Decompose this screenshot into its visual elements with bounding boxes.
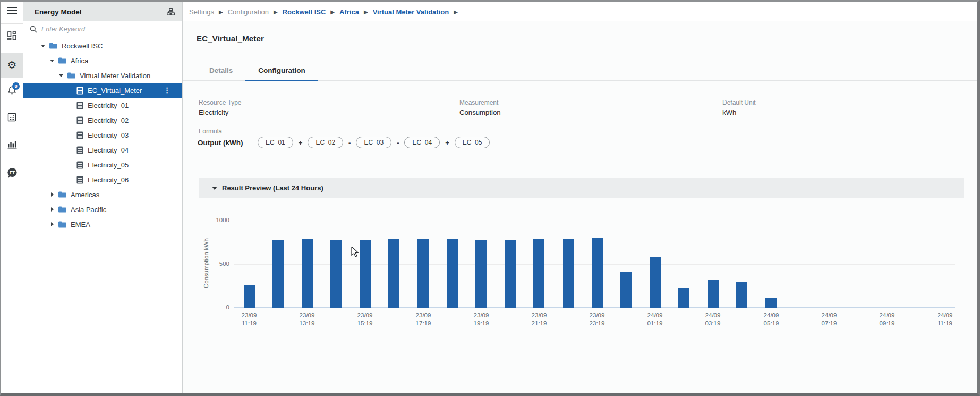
- tree-item-electricity-05[interactable]: Electricity_05: [23, 157, 182, 172]
- x-tick-label: 23/0913:19: [283, 311, 331, 327]
- tree-item-americas[interactable]: Americas: [23, 187, 182, 202]
- tree-item-electricity-03[interactable]: Electricity_03: [23, 128, 182, 142]
- meter-report-icon[interactable]: [1, 113, 23, 122]
- formula-operator: -: [348, 139, 351, 147]
- bar-23-09-18-19[interactable]: [447, 239, 458, 308]
- bar-23-09-17-19[interactable]: [417, 239, 429, 308]
- bar-24-09-02-19[interactable]: [678, 288, 689, 308]
- bar-23-09-20-19[interactable]: [505, 240, 516, 308]
- breadcrumb-item-rockwell-isc[interactable]: Rockwell ISC: [283, 8, 326, 16]
- x-tick-label: 23/0911:19: [225, 311, 273, 327]
- menu-icon[interactable]: [1, 7, 23, 14]
- bar-23-09-14-19[interactable]: [330, 240, 342, 308]
- notifications-bell-icon[interactable]: 8: [1, 86, 23, 96]
- tree-item-label: Electricity_05: [88, 161, 129, 169]
- bar-23-09-15-19[interactable]: [360, 240, 371, 308]
- tree-item-asia-pacific[interactable]: Asia Pacific: [23, 202, 182, 217]
- formula-equals-sign: =: [248, 139, 252, 147]
- left-icon-rail: ⚙ 8 FT: [1, 2, 23, 393]
- bar-24-09-01-19[interactable]: [650, 257, 661, 308]
- dashboard-icon[interactable]: [1, 31, 23, 40]
- chevron-down-icon[interactable]: [40, 45, 46, 47]
- meter-icon: [76, 102, 83, 109]
- svg-text:FT: FT: [9, 171, 14, 175]
- kebab-menu-icon[interactable]: ⋮: [164, 86, 171, 94]
- breadcrumb-item-settings[interactable]: Settings: [189, 8, 214, 16]
- tree-item-rockwell-isc[interactable]: Rockwell ISC: [23, 38, 182, 53]
- chevron-right-icon[interactable]: [49, 192, 55, 197]
- tab-configuration[interactable]: Configuration: [245, 61, 318, 81]
- bar-24-09-00-19[interactable]: [620, 272, 632, 308]
- meter-icon: [76, 116, 83, 124]
- bar-23-09-22-19[interactable]: [563, 239, 574, 308]
- energy-model-sidebar: Energy Model Rockwell ISCAfricaVirtual M…: [23, 2, 183, 393]
- tree-item-virtual-meter-validation[interactable]: Virtual Meter Validation: [23, 68, 182, 83]
- folder-icon: [58, 57, 66, 64]
- tree-item-label: Electricity_04: [88, 146, 129, 154]
- tree-item-electricity-06[interactable]: Electricity_06: [23, 172, 182, 187]
- formula-operand-chip: EC_04: [404, 137, 440, 148]
- result-preview-header[interactable]: Result Preview (Last 24 Hours): [199, 178, 964, 198]
- tree-item-label: Electricity_01: [88, 102, 129, 109]
- tree-item-label: Electricity_03: [88, 131, 129, 139]
- x-tick-label: 24/0911:19: [921, 311, 969, 327]
- field-default-unit: Default Unit kWh: [722, 99, 756, 116]
- chevron-down-icon[interactable]: [58, 74, 64, 77]
- meter-icon: [76, 87, 83, 95]
- x-tick-label: 23/0917:19: [399, 311, 447, 327]
- bar-23-09-19-19[interactable]: [475, 240, 487, 308]
- search-icon: [30, 26, 37, 33]
- formula-operand-chip: EC_02: [308, 137, 343, 148]
- search-input[interactable]: [41, 26, 169, 33]
- app-window: ⚙ 8 FT: [0, 0, 980, 396]
- notification-badge: 8: [12, 82, 20, 90]
- breadcrumb-item-configuration[interactable]: Configuration: [228, 8, 269, 16]
- chevron-down-icon[interactable]: [49, 60, 55, 62]
- tree-item-electricity-02[interactable]: Electricity_02: [23, 113, 182, 128]
- sidebar-header: Energy Model: [23, 2, 182, 21]
- x-tick-label: 23/0923:19: [573, 311, 621, 327]
- factorytalk-logo-icon[interactable]: FT: [1, 167, 23, 179]
- bar-23-09-11-19[interactable]: [244, 285, 255, 308]
- x-tick-label: 24/0903:19: [689, 311, 737, 327]
- bar-23-09-21-19[interactable]: [533, 239, 544, 308]
- field-measurement: Measurement Consumption: [459, 99, 501, 116]
- sidebar-search: [23, 21, 182, 37]
- tree-item-label: Virtual Meter Validation: [80, 72, 150, 80]
- breadcrumb-separator-icon: ▶: [274, 9, 278, 15]
- y-tick-label: 1000: [199, 217, 229, 223]
- breadcrumb-separator-icon: ▶: [330, 9, 335, 15]
- tree-item-label: Asia Pacific: [71, 206, 106, 214]
- tree-item-emea[interactable]: EMEA: [23, 217, 182, 232]
- folder-icon: [58, 221, 66, 228]
- field-value: Consumption: [459, 108, 501, 116]
- analytics-bar-chart-icon[interactable]: [1, 139, 23, 149]
- settings-gear-icon[interactable]: ⚙: [1, 60, 23, 70]
- meter-icon: [76, 176, 83, 184]
- breadcrumb-item-virtual-meter-validation[interactable]: Virtual Meter Validation: [373, 8, 449, 16]
- bar-23-09-13-19[interactable]: [302, 239, 313, 308]
- chevron-right-icon[interactable]: [49, 222, 55, 226]
- bar-23-09-23-19[interactable]: [592, 238, 603, 308]
- y-tick-label: 500: [199, 260, 229, 267]
- breadcrumb-item-africa[interactable]: Africa: [339, 8, 359, 16]
- bar-23-09-16-19[interactable]: [388, 239, 399, 308]
- tab-details[interactable]: Details: [197, 61, 245, 81]
- model-hierarchy-icon[interactable]: [167, 8, 175, 15]
- tree-item-label: Rockwell ISC: [62, 42, 103, 50]
- result-preview-title: Result Preview (Last 24 Hours): [222, 184, 323, 192]
- bar-24-09-05-19[interactable]: [765, 298, 777, 308]
- tree-item-africa[interactable]: Africa: [23, 53, 182, 68]
- tree-item-electricity-04[interactable]: Electricity_04: [23, 142, 182, 157]
- folder-icon: [58, 191, 66, 198]
- bar-24-09-03-19[interactable]: [708, 280, 719, 308]
- formula-operand-chip: EC_03: [356, 137, 391, 148]
- chevron-right-icon[interactable]: [49, 207, 55, 212]
- tree-item-label: Electricity_06: [88, 176, 129, 184]
- bar-24-09-04-19[interactable]: [736, 282, 747, 308]
- folder-icon: [49, 43, 57, 49]
- tree-item-label: Africa: [71, 57, 88, 65]
- tree-item-ec-virtual-meter[interactable]: EC_Virtual_Meter⋮: [23, 83, 182, 98]
- tree-item-electricity-01[interactable]: Electricity_01: [23, 98, 182, 113]
- bar-23-09-12-19[interactable]: [272, 240, 284, 308]
